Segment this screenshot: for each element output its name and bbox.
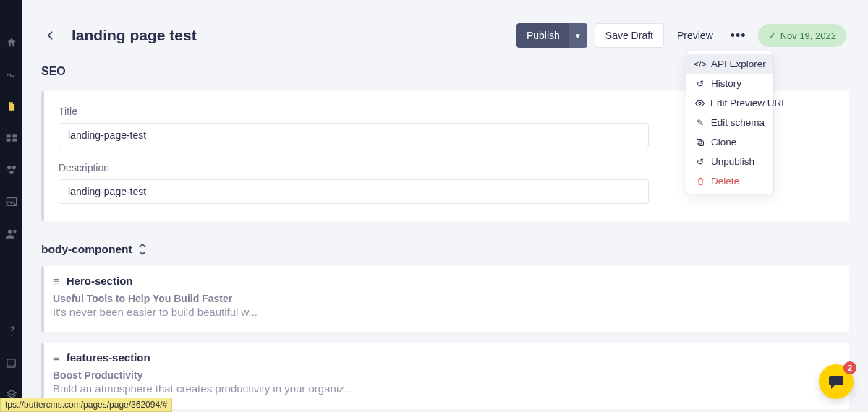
- sort-icon[interactable]: [138, 244, 147, 255]
- components-icon[interactable]: [5, 163, 18, 176]
- menu-item-label: Clone: [711, 137, 736, 147]
- eye-icon: [695, 100, 705, 107]
- svg-rect-2: [6, 139, 10, 142]
- more-menu-dropdown: </> API Explorer ↺ History Edit Preview …: [686, 51, 774, 194]
- body-component-label: body-component: [41, 243, 132, 256]
- menu-item-history[interactable]: ↺ History: [686, 74, 773, 93]
- drag-handle-icon[interactable]: ≡: [53, 275, 59, 287]
- copy-icon: [695, 138, 705, 147]
- body-component-heading: body-component: [41, 243, 849, 256]
- status-date: Nov 19, 2022: [780, 30, 836, 41]
- page-header: landing page test Publish ▼ Save Draft P…: [22, 0, 868, 55]
- help-icon[interactable]: [5, 325, 18, 338]
- svg-point-11: [699, 102, 701, 104]
- more-menu-button[interactable]: •••: [726, 23, 751, 48]
- page-title: landing page test: [72, 27, 197, 44]
- back-button[interactable]: [41, 27, 59, 44]
- code-icon: </>: [695, 59, 705, 69]
- block-subtitle: Boost Productivity: [53, 369, 838, 381]
- svg-rect-0: [6, 134, 10, 137]
- menu-item-delete[interactable]: Delete: [686, 171, 773, 191]
- chat-badge: 2: [843, 361, 856, 374]
- menu-item-unpublish[interactable]: ↺ Unpublish: [686, 152, 773, 171]
- menu-item-edit-preview-url[interactable]: Edit Preview URL: [686, 93, 773, 113]
- sidebar-nav: [0, 0, 22, 412]
- description-input[interactable]: [59, 179, 649, 204]
- pencil-icon: ✎: [695, 118, 705, 128]
- undo-icon: ↺: [695, 157, 705, 167]
- publish-button-group: Publish ▼: [516, 23, 587, 48]
- menu-item-label: Unpublish: [711, 156, 754, 167]
- block-description: Build an atmosphere that creates product…: [53, 382, 838, 395]
- page-icon[interactable]: [5, 100, 18, 113]
- title-input[interactable]: [59, 123, 649, 147]
- svg-rect-1: [12, 134, 17, 137]
- menu-item-label: Edit schema: [711, 117, 765, 128]
- image-icon[interactable]: [5, 195, 18, 208]
- menu-item-label: Delete: [711, 176, 739, 186]
- svg-point-6: [9, 171, 13, 174]
- main-area: landing page test Publish ▼ Save Draft P…: [22, 0, 868, 412]
- trash-icon: [695, 177, 705, 186]
- wave-icon[interactable]: [5, 68, 18, 81]
- menu-item-api-explorer[interactable]: </> API Explorer: [686, 54, 773, 74]
- check-icon: ✓: [768, 30, 776, 41]
- svg-rect-13: [697, 139, 702, 144]
- svg-rect-12: [699, 141, 704, 146]
- preview-button[interactable]: Preview: [671, 23, 719, 48]
- header-actions: Publish ▼ Save Draft Preview ••• ✓ Nov 1…: [516, 23, 846, 48]
- svg-point-4: [7, 166, 11, 169]
- users-icon[interactable]: [5, 227, 18, 240]
- history-icon: ↺: [695, 79, 705, 89]
- svg-point-5: [12, 166, 15, 169]
- block-header: ≡ features-section: [53, 351, 838, 364]
- menu-item-label: History: [711, 78, 741, 89]
- publish-button[interactable]: Publish: [516, 23, 569, 48]
- drag-handle-icon[interactable]: ≡: [53, 351, 59, 364]
- menu-item-clone[interactable]: Clone: [686, 132, 773, 152]
- svg-point-9: [13, 230, 17, 233]
- grid-icon[interactable]: [5, 132, 18, 145]
- svg-rect-3: [12, 139, 17, 142]
- menu-item-label: API Explorer: [711, 59, 766, 69]
- chat-bubble-button[interactable]: 2: [819, 364, 854, 399]
- block-subtitle: Useful Tools to Help You Build Faster: [53, 293, 838, 304]
- save-draft-button[interactable]: Save Draft: [595, 23, 664, 48]
- block-name: Hero-section: [67, 275, 133, 287]
- home-icon[interactable]: [5, 36, 18, 49]
- block-description: It's never been easier to build beautifu…: [53, 306, 838, 318]
- status-pill: ✓ Nov 19, 2022: [758, 24, 846, 47]
- publish-caret-button[interactable]: ▼: [569, 23, 587, 48]
- book-icon[interactable]: [5, 356, 18, 369]
- block-name: features-section: [67, 351, 150, 364]
- component-block-hero[interactable]: ≡ Hero-section Useful Tools to Help You …: [41, 266, 849, 332]
- menu-item-edit-schema[interactable]: ✎ Edit schema: [686, 113, 773, 132]
- block-header: ≡ Hero-section: [53, 275, 838, 287]
- menu-item-label: Edit Preview URL: [710, 98, 787, 108]
- svg-point-8: [7, 230, 12, 234]
- url-preview: tps://buttercms.com/pages/page/362094/#: [0, 398, 172, 412]
